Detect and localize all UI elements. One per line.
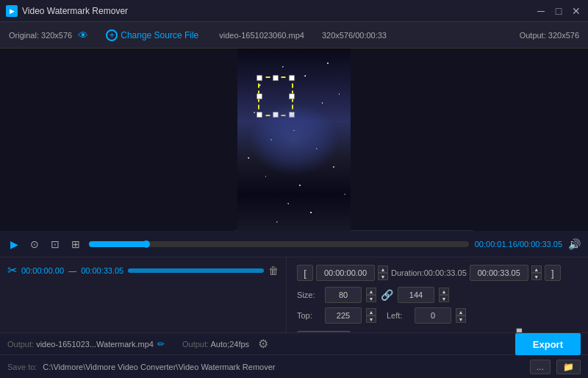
left-input[interactable] [415, 307, 451, 324]
end-bracket-button[interactable]: ] [545, 265, 561, 281]
clip-end-time: 00:00:33.05 [81, 266, 123, 275]
start-bracket-button[interactable]: [ [297, 265, 313, 281]
export-button[interactable]: Export [515, 333, 581, 355]
change-source-label: Change Source File [121, 30, 198, 40]
handle-top-middle[interactable] [273, 75, 279, 81]
settings-icon[interactable]: ⚙ [258, 337, 268, 351]
progress-bar[interactable] [89, 241, 469, 247]
top-input[interactable] [325, 307, 362, 324]
time-start-spinner[interactable]: ▲ ▼ [378, 265, 388, 280]
footer-top-row: Output: video-1651023...Watermark.mp4 ✏ … [0, 333, 588, 355]
left-spinner[interactable]: ▲ ▼ [456, 308, 466, 323]
maximize-button[interactable]: □ [553, 5, 564, 17]
output-format: Output: Auto;24fps [182, 340, 249, 349]
left-up[interactable]: ▲ [456, 308, 466, 315]
duration-label: Duration:00:00:33.05 [391, 268, 467, 277]
format-value: Auto;24fps [211, 340, 250, 349]
plus-circle-icon: + [106, 29, 118, 41]
next-frame-button[interactable]: ⊡ [48, 237, 62, 252]
top-down[interactable]: ▼ [366, 315, 376, 323]
output-label: Output: [7, 340, 34, 349]
progress-thumb[interactable] [143, 240, 150, 248]
size-row: Size: ▲ ▼ 🔗 ▲ ▼ [297, 287, 578, 303]
save-to-label: Save to: [7, 363, 37, 371]
file-dims: 320x576/00:00:33 [322, 31, 387, 40]
width-up[interactable]: ▲ [366, 288, 376, 295]
header-bar: Original: 320x576 👁 + Change Source File… [0, 22, 588, 49]
app-icon: ▶ [6, 5, 18, 17]
change-source-button[interactable]: + Change Source File [106, 29, 198, 41]
width-input[interactable] [325, 287, 362, 303]
progress-fill [89, 241, 146, 247]
handle-middle-right[interactable] [289, 93, 295, 99]
clip-icon: ✂ [7, 263, 17, 277]
video-preview [237, 49, 351, 231]
duration-input[interactable] [470, 265, 528, 281]
close-button[interactable]: ✕ [570, 5, 582, 17]
link-icon[interactable]: 🔗 [381, 289, 393, 301]
height-spinner[interactable]: ▲ ▼ [439, 288, 449, 302]
right-dark-area [473, 49, 588, 231]
left-label: Left: [387, 311, 410, 320]
output-filename: video-1651023...Watermark.mp4 [36, 340, 154, 349]
output-file-label: Output: video-1651023...Watermark.mp4 ✏ [7, 339, 165, 349]
time-start-down[interactable]: ▼ [378, 273, 388, 280]
stop-button[interactable]: ⊙ [27, 237, 42, 252]
edit-icon[interactable]: ✏ [157, 339, 165, 349]
handle-bottom-left[interactable] [257, 112, 262, 118]
format-output-label: Output: [182, 340, 209, 349]
left-dark-area [0, 49, 235, 231]
height-input[interactable] [398, 287, 434, 303]
duration-spinner[interactable]: ▲ ▼ [531, 265, 542, 280]
clip-row: ✂ 00:00:00.00 — 00:00:33.05 🗑 [7, 263, 279, 277]
top-label: Top: [297, 311, 320, 320]
clip-delete-icon[interactable]: 🗑 [268, 265, 279, 277]
watermark-selection-box[interactable] [258, 76, 293, 116]
file-name: video-1651023060.mp4 [219, 31, 304, 40]
size-label: Size: [297, 290, 320, 299]
clip-timeline-bar [128, 268, 264, 273]
handle-top-right[interactable] [289, 75, 295, 81]
top-spinner[interactable]: ▲ ▼ [366, 308, 376, 323]
dots-button[interactable]: ... [530, 360, 551, 374]
clip-start-time: 00:00:00.00 [21, 266, 64, 275]
output-label: Output: 320x576 [520, 31, 579, 40]
volume-icon[interactable]: 🔊 [568, 238, 581, 250]
handle-bottom-right[interactable] [289, 112, 295, 118]
header-left: Original: 320x576 👁 + Change Source File… [9, 29, 387, 41]
duration-down[interactable]: ▼ [531, 273, 542, 280]
clip-arrow: — [68, 266, 76, 275]
left-down[interactable]: ▼ [456, 315, 466, 323]
time-start-input[interactable] [316, 265, 375, 281]
handle-bottom-middle[interactable] [273, 112, 279, 118]
height-up[interactable]: ▲ [439, 288, 449, 295]
playback-controls: ▶ ⊙ ⊡ ⊞ 00:00:01.16/00:00:33.05 🔊 [0, 231, 588, 257]
original-label: Original: 320x576 [9, 31, 72, 40]
save-path: C:\Vidmore\Vidmore Video Converter\Video… [43, 363, 275, 371]
folder-button[interactable]: 📁 [556, 360, 581, 374]
play-button[interactable]: ▶ [7, 237, 21, 252]
position-row: Top: ▲ ▼ Left: ▲ ▼ [297, 307, 578, 324]
time-start-up[interactable]: ▲ [378, 265, 388, 273]
top-up[interactable]: ▲ [366, 308, 376, 315]
minimize-button[interactable]: ─ [535, 5, 547, 17]
video-preview-area [0, 49, 588, 231]
duration-up[interactable]: ▲ [531, 265, 542, 273]
handle-middle-left[interactable] [257, 93, 262, 99]
footer-bottom-row: Save to: C:\Vidmore\Vidmore Video Conver… [0, 355, 588, 378]
window-controls: ─ □ ✕ [535, 5, 582, 17]
width-spinner[interactable]: ▲ ▼ [366, 288, 376, 302]
height-down[interactable]: ▼ [439, 295, 449, 302]
time-range-row: [ ▲ ▼ Duration:00:00:33.05 ▲ ▼ ] [297, 265, 578, 281]
clip-button[interactable]: ⊞ [68, 237, 83, 252]
app-title: Video Watermark Remover [22, 6, 128, 16]
title-bar: ▶ Video Watermark Remover ─ □ ✕ [0, 0, 588, 22]
footer: Output: video-1651023...Watermark.mp4 ✏ … [0, 332, 588, 378]
width-down[interactable]: ▼ [366, 295, 376, 302]
eye-icon[interactable]: 👁 [78, 29, 88, 41]
time-display: 00:00:01.16/00:00:33.05 [475, 240, 562, 249]
handle-top-left[interactable] [257, 75, 262, 81]
